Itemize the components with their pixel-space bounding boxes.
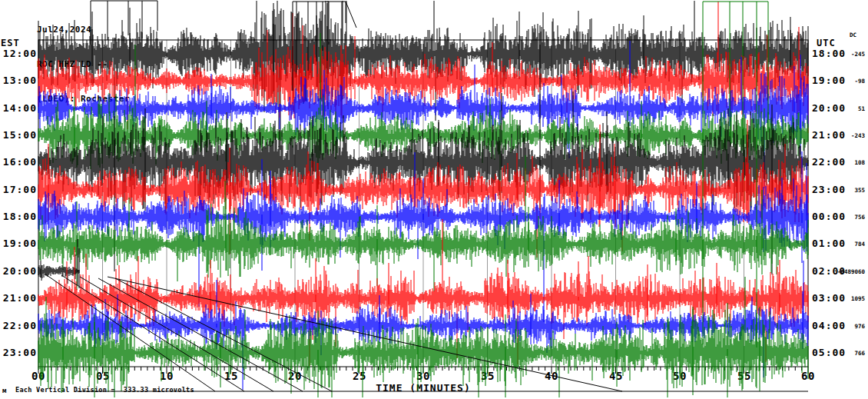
est-time-label: 12:00 [0, 48, 37, 59]
utc-time-label: 21:00 [812, 130, 846, 141]
dc-value: 1095 [851, 295, 865, 303]
x-tick-label: 30 [410, 371, 436, 381]
dc-value: -6489060 [837, 268, 865, 276]
webicorder-plot: Jul24,2024 ROC HHZ LD -- (LDEO): Rochest… [0, 0, 868, 399]
dc-value: -98 [854, 78, 865, 85]
dc-value: -245 [851, 51, 865, 58]
left-axis-label: EST [1, 38, 20, 48]
utc-time-label: 04:00 [812, 321, 846, 331]
dc-value: 108 [854, 159, 865, 167]
est-time-label: 15:00 [0, 130, 37, 141]
est-time-label: 17:00 [0, 185, 37, 195]
scale-footnote: Each Vertical Division = 333.33 microvol… [15, 386, 194, 394]
dc-value: 784 [854, 241, 865, 248]
est-time-label: 23:00 [0, 347, 37, 358]
plot-date: Jul24,2024 [37, 24, 130, 35]
corner-mark: м [2, 387, 6, 394]
utc-time-label: 19:00 [812, 75, 846, 86]
x-tick-label: 25 [346, 371, 373, 381]
station-id: ROC HHZ LD -- [37, 58, 130, 70]
est-time-label: 21:00 [0, 293, 37, 304]
dc-value: 756 [854, 214, 865, 221]
x-tick-label: 05 [90, 371, 116, 381]
utc-time-label: 03:00 [812, 293, 846, 304]
seismogram-canvas [0, 0, 868, 399]
utc-time-label: 18:00 [812, 48, 846, 59]
est-time-label: 13:00 [0, 75, 37, 86]
utc-time-label: 00:00 [812, 211, 846, 222]
utc-time-label: 05:00 [812, 347, 846, 358]
utc-time-label: 01:00 [812, 238, 846, 249]
station-name: (LDEO): Rochester [37, 93, 130, 105]
est-time-label: 19:00 [0, 238, 37, 249]
est-time-label: 20:00 [0, 266, 37, 277]
est-time-label: 18:00 [0, 211, 37, 222]
est-time-label: 22:00 [0, 321, 37, 331]
x-tick-label: 55 [731, 371, 757, 381]
dc-value: 766 [854, 350, 865, 357]
x-tick-label: 45 [603, 371, 629, 381]
dc-value: 355 [854, 187, 865, 195]
x-tick-label: 50 [667, 371, 693, 381]
utc-time-label: 22:00 [812, 157, 846, 168]
utc-time-label: 20:00 [812, 103, 846, 114]
x-tick-label: 15 [218, 371, 244, 381]
dc-column-label: DC [850, 32, 856, 38]
x-tick-label: 40 [538, 371, 565, 381]
x-tick-label: 20 [282, 371, 308, 381]
dc-value: 51 [858, 105, 865, 113]
x-tick-label: 35 [475, 371, 501, 381]
x-tick-label: 60 [795, 371, 821, 381]
plot-header: Jul24,2024 ROC HHZ LD -- (LDEO): Rochest… [37, 1, 130, 128]
right-axis-label: UTC [817, 38, 836, 48]
utc-time-label: 23:00 [812, 185, 846, 195]
x-axis-title: TIME (MINUTES) [346, 382, 500, 394]
est-time-label: 14:00 [0, 103, 37, 114]
x-tick-label: 00 [25, 371, 51, 381]
x-tick-label: 10 [154, 371, 180, 381]
dc-value: 976 [854, 323, 865, 331]
est-time-label: 16:00 [0, 157, 37, 168]
dc-value: -243 [851, 132, 865, 140]
